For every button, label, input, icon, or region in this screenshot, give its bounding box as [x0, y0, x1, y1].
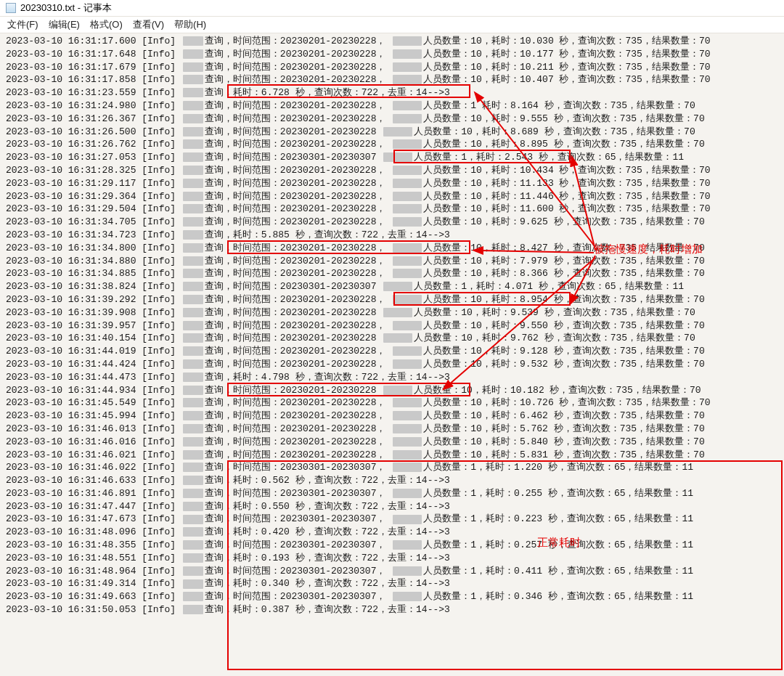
censored-region: [183, 101, 203, 110]
censored-region: [393, 114, 422, 123]
censored-region: [183, 540, 203, 550]
censored-region: [183, 346, 203, 356]
log-line: 2023-03-10 16:31:44.424 [Info] 查询，时间范围：2…: [6, 358, 778, 371]
censored-region: [393, 36, 422, 46]
log-line: 2023-03-10 16:31:49.663 [Info] 查询，时间范围：2…: [6, 590, 778, 603]
menu-view[interactable]: 查看(V): [133, 18, 164, 31]
log-line: 2023-03-10 16:31:45.994 [Info] 查询，时间范围：2…: [6, 410, 778, 423]
log-line: 2023-03-10 16:31:38.824 [Info] 查询，时间范围：2…: [6, 280, 778, 293]
censored-region: [183, 463, 203, 472]
log-line: 2023-03-10 16:31:39.957 [Info] 查询，时间范围：2…: [6, 319, 778, 333]
log-line: 2023-03-10 16:31:34.723 [Info] 查询，耗时：5.8…: [6, 229, 778, 242]
log-line: 2023-03-10 16:31:46.891 [Info] 查询，时间范围：2…: [6, 487, 778, 500]
log-line: 2023-03-10 16:31:29.117 [Info] 查询，时间范围：2…: [6, 177, 778, 190]
log-line: 2023-03-10 16:31:39.292 [Info] 查询，时间范围：2…: [6, 293, 778, 306]
log-line: 2023-03-10 16:31:48.355 [Info] 查询，时间范围：2…: [6, 539, 778, 552]
censored-region: [383, 308, 412, 317]
log-line: 2023-03-10 16:31:49.314 [Info] 查询，耗时：0.3…: [6, 577, 778, 590]
censored-region: [393, 243, 422, 253]
window-title: 20230310.txt - 记事本: [20, 1, 112, 15]
censored-region: [393, 49, 422, 59]
censored-region: [393, 256, 422, 266]
censored-region: [183, 359, 203, 369]
log-line: 2023-03-10 16:31:48.964 [Info] 查询，时间范围：2…: [6, 565, 778, 578]
censored-region: [393, 269, 422, 278]
log-line: 2023-03-10 16:31:29.364 [Info] 查询，时间范围：2…: [6, 190, 778, 203]
censored-region: [183, 243, 203, 253]
log-line: 2023-03-10 16:31:26.500 [Info] 查询，时间范围：2…: [6, 126, 778, 139]
log-line: 2023-03-10 16:31:46.633 [Info] 查询，耗时：0.5…: [6, 474, 778, 487]
censored-region: [393, 321, 422, 330]
censored-region: [183, 192, 203, 201]
log-line: 2023-03-10 16:31:17.648 [Info] 查询，时间范围：2…: [6, 48, 778, 61]
censored-region: [383, 333, 412, 343]
log-line: 2023-03-10 16:31:48.096 [Info] 查询，耗时：0.4…: [6, 526, 778, 539]
censored-region: [183, 489, 203, 498]
log-line: 2023-03-10 16:31:40.154 [Info] 查询，时间范围：2…: [6, 332, 778, 345]
censored-region: [393, 515, 422, 524]
censored-region: [183, 398, 203, 407]
censored-region: [183, 282, 203, 291]
log-line: 2023-03-10 16:31:39.908 [Info] 查询，时间范围：2…: [6, 306, 778, 319]
menu-format[interactable]: 格式(O): [90, 18, 123, 31]
censored-region: [393, 295, 422, 304]
censored-region: [183, 372, 203, 382]
log-line: 2023-03-10 16:31:46.022 [Info] 查询，时间范围：2…: [6, 461, 778, 474]
censored-region: [183, 386, 203, 395]
censored-region: [183, 179, 203, 188]
censored-region: [383, 127, 412, 137]
censored-region: [183, 295, 203, 304]
censored-region: [393, 411, 422, 420]
window-titlebar: 20230310.txt - 记事本: [0, 0, 784, 17]
censored-region: [383, 282, 412, 291]
censored-region: [393, 424, 422, 433]
log-line: 2023-03-10 16:31:23.559 [Info] 查询，耗时：6.7…: [6, 86, 778, 99]
log-line: 2023-03-10 16:31:46.013 [Info] 查询，时间范围：2…: [6, 423, 778, 436]
censored-region: [393, 592, 422, 601]
menu-file[interactable]: 文件(F): [7, 18, 38, 31]
censored-region: [183, 269, 203, 278]
log-line: 2023-03-10 16:31:17.600 [Info] 查询，时间范围：2…: [6, 35, 778, 48]
log-line: 2023-03-10 16:31:34.885 [Info] 查询，时间范围：2…: [6, 267, 778, 280]
censored-region: [393, 540, 422, 550]
censored-region: [183, 256, 203, 266]
censored-region: [393, 450, 422, 460]
notepad-icon: [6, 3, 16, 13]
menubar: 文件(F) 编辑(E) 格式(O) 查看(V) 帮助(H): [0, 17, 784, 33]
log-line: 2023-03-10 16:31:24.980 [Info] 查询，时间范围：2…: [6, 99, 778, 113]
censored-region: [183, 114, 203, 123]
censored-region: [183, 321, 203, 330]
censored-region: [183, 333, 203, 343]
censored-region: [183, 217, 203, 227]
censored-region: [393, 75, 422, 84]
log-line: 2023-03-10 16:31:47.447 [Info] 查询，耗时：0.5…: [6, 500, 778, 513]
log-line: 2023-03-10 16:31:44.934 [Info] 查询，时间范围：2…: [6, 384, 778, 397]
censored-region: [393, 166, 422, 175]
log-line: 2023-03-10 16:31:48.551 [Info] 查询，耗时：0.1…: [6, 552, 778, 565]
censored-region: [393, 463, 422, 472]
log-line: 2023-03-10 16:31:47.673 [Info] 查询，时间范围：2…: [6, 513, 778, 526]
log-line: 2023-03-10 16:31:17.679 [Info] 查询，时间范围：2…: [6, 61, 778, 74]
censored-region: [393, 437, 422, 447]
censored-region: [183, 476, 203, 485]
log-line: 2023-03-10 16:31:26.367 [Info] 查询，时间范围：2…: [6, 113, 778, 126]
censored-region: [183, 592, 203, 601]
censored-region: [183, 230, 203, 240]
censored-region: [393, 489, 422, 498]
censored-region: [183, 88, 203, 97]
censored-region: [383, 152, 412, 162]
censored-region: [183, 450, 203, 460]
censored-region: [183, 411, 203, 420]
censored-region: [393, 217, 422, 227]
censored-region: [393, 101, 422, 110]
log-line: 2023-03-10 16:31:46.021 [Info] 查询，时间范围：2…: [6, 449, 778, 462]
censored-region: [393, 398, 422, 407]
menu-help[interactable]: 帮助(H): [174, 18, 206, 31]
censored-region: [183, 62, 203, 72]
censored-region: [183, 139, 203, 149]
censored-region: [183, 127, 203, 137]
censored-region: [183, 527, 203, 537]
menu-edit[interactable]: 编辑(E): [49, 18, 80, 31]
text-area[interactable]: 2023-03-10 16:31:17.600 [Info] 查询，时间范围：2…: [0, 33, 784, 618]
log-line: 2023-03-10 16:31:50.053 [Info] 查询，耗时：0.3…: [6, 603, 778, 616]
